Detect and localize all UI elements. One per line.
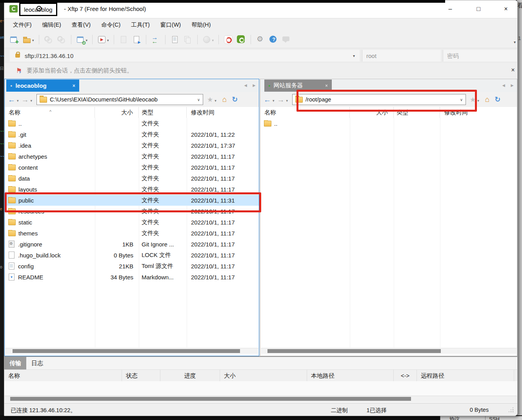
username-field[interactable]: [362, 50, 441, 62]
dropdown-icon[interactable]: ▾: [353, 54, 356, 58]
scrollbar-thumb[interactable]: [10, 397, 411, 401]
tab-scroll-right-icon[interactable]: ►: [252, 83, 256, 88]
forward-button[interactable]: →: [277, 96, 285, 103]
menu-item[interactable]: 窗口(W): [160, 21, 181, 29]
address-url-combo[interactable]: sftp://121.36.46.10 ▾: [10, 50, 360, 62]
feedback-button[interactable]: [282, 35, 291, 44]
file-row[interactable]: static文件夹2022/10/1, 11:17: [5, 217, 259, 228]
file-row[interactable]: archetypes文件夹2022/10/1, 11:17: [5, 151, 259, 162]
tab-scroll-right-icon[interactable]: ►: [510, 83, 515, 88]
file-row[interactable]: README34 BytesMarkdown...2022/10/1, 11:1…: [5, 272, 259, 282]
forward-dropdown-icon[interactable]: ▾: [31, 99, 33, 103]
close-button[interactable]: ×: [499, 4, 513, 14]
tab-close-icon[interactable]: ×: [325, 83, 328, 89]
open-session-button[interactable]: ▾: [22, 35, 34, 44]
disconnect-button[interactable]: [44, 35, 53, 44]
file-row[interactable]: themes文件夹2022/10/1, 11:17: [5, 228, 259, 239]
favorites-dropdown-icon[interactable]: ▾: [215, 99, 216, 103]
resize-grip[interactable]: [513, 411, 513, 412]
tab-remote-session[interactable]: ● 网站服务器 ×: [264, 80, 332, 92]
back-button[interactable]: ←: [264, 96, 271, 103]
column-header-modified[interactable]: 修改时间: [440, 107, 517, 118]
notice-close-button[interactable]: ×: [509, 67, 517, 74]
open-xshell-button[interactable]: [224, 35, 233, 44]
transfer-column-header[interactable]: 远程路径: [417, 370, 514, 382]
maximize-button[interactable]: □: [472, 4, 485, 14]
transfer-column-header[interactable]: 速度: [514, 370, 518, 382]
transfer-column-header[interactable]: 大小: [220, 370, 307, 382]
column-header-type[interactable]: 类型: [394, 107, 440, 118]
file-row[interactable]: content文件夹2022/10/1, 11:17: [5, 162, 259, 173]
scrollbar-thumb[interactable]: [13, 349, 240, 353]
tab-close-icon[interactable]: ×: [73, 83, 75, 89]
tab-scroll-left-icon[interactable]: ◄: [243, 83, 248, 88]
menu-item[interactable]: 工具(T): [131, 21, 150, 29]
toolbar-overflow-button[interactable]: ▾: [514, 40, 516, 44]
menu-item[interactable]: 查看(V): [72, 21, 91, 29]
upload-button[interactable]: [119, 35, 128, 44]
local-path-input[interactable]: C:\Users\EXIA\Documents\GitHub\leocaob ∨: [36, 94, 203, 105]
minimize-button[interactable]: –: [444, 4, 457, 14]
path-dropdown-icon[interactable]: ∨: [197, 98, 200, 102]
column-header-name[interactable]: 名称: [260, 107, 350, 118]
reconnect-button[interactable]: [57, 35, 66, 44]
file-row[interactable]: data文件夹2022/10/1, 11:17: [5, 173, 259, 184]
forward-button[interactable]: →: [22, 96, 29, 103]
back-dropdown-icon[interactable]: ▾: [17, 99, 19, 103]
new-session-button[interactable]: [9, 35, 19, 44]
session-properties-button[interactable]: ▾: [76, 35, 88, 44]
file-row[interactable]: .hugo_build.lock0 BytesLOCK 文件2022/10/1,…: [5, 250, 259, 261]
file-row[interactable]: public文件夹2022/10/1, 11:31: [5, 195, 259, 206]
tab-local-session[interactable]: ● leocaoblog ×: [6, 80, 79, 92]
back-button[interactable]: ←: [8, 96, 15, 103]
download-button[interactable]: [132, 35, 141, 44]
file-row[interactable]: layouts文件夹2022/10/1, 11:17: [5, 184, 259, 195]
bottom-tab[interactable]: 传输: [4, 357, 26, 369]
file-row[interactable]: .gitignore1KBGit Ignore ...2022/10/1, 11…: [5, 239, 259, 250]
column-header-size[interactable]: 大小: [350, 107, 394, 118]
bottom-tab[interactable]: 日志: [26, 357, 48, 369]
help-button[interactable]: [269, 35, 278, 44]
open-xftp-button[interactable]: [236, 35, 246, 44]
tab-scroll-left-icon[interactable]: ◄: [501, 83, 506, 88]
transfer-column-header[interactable]: 状态: [122, 370, 160, 382]
state-button[interactable]: ▾: [202, 35, 214, 44]
password-field[interactable]: [443, 50, 517, 62]
column-header-modified[interactable]: 修改时间: [187, 107, 259, 118]
transfer-column-header[interactable]: <->: [394, 370, 417, 382]
menu-item[interactable]: 文件(F): [13, 21, 32, 29]
transfer-column-header[interactable]: 本地路径: [307, 370, 394, 382]
menu-item[interactable]: 命令(C): [101, 21, 120, 29]
refresh-icon[interactable]: ↻: [495, 95, 500, 104]
transfer-direction-button[interactable]: [151, 35, 160, 44]
file-modified: 2022/10/1, 11:17: [187, 263, 259, 270]
execute-button[interactable]: ▾: [97, 35, 109, 44]
favorites-icon[interactable]: ★: [470, 96, 476, 104]
file-row[interactable]: ..: [260, 118, 517, 129]
forward-dropdown-icon[interactable]: ▾: [286, 99, 288, 103]
remote-path-input[interactable]: /root/page ∨: [292, 94, 466, 105]
file-row[interactable]: .git文件夹2022/10/1, 11:22: [5, 129, 259, 140]
file-row[interactable]: config21KBToml 源文件2022/10/1, 11:17: [5, 261, 259, 272]
path-dropdown-icon[interactable]: ∨: [460, 98, 463, 102]
menu-item[interactable]: 编辑(E): [42, 21, 61, 29]
column-header-size[interactable]: 大小: [95, 107, 139, 118]
options-button[interactable]: [256, 35, 265, 44]
transfer-column-header[interactable]: 名称: [4, 370, 122, 382]
copy-button[interactable]: [183, 35, 193, 44]
column-header-type[interactable]: 类型: [139, 107, 187, 118]
column-header-name[interactable]: 名称 ^: [5, 107, 95, 118]
favorites-dropdown-icon[interactable]: ▾: [477, 99, 479, 103]
transfer-column-header[interactable]: 进度: [160, 370, 220, 382]
home-icon[interactable]: ⌂: [485, 95, 489, 104]
menu-item[interactable]: 帮助(H): [191, 21, 211, 29]
scrollbar-thumb[interactable]: [267, 349, 441, 353]
home-icon[interactable]: ⌂: [222, 95, 227, 104]
refresh-icon[interactable]: ↻: [232, 95, 238, 104]
back-dropdown-icon[interactable]: ▾: [273, 99, 275, 103]
file-row[interactable]: .idea文件夹2022/10/1, 17:37: [5, 140, 259, 151]
file-row[interactable]: ..文件夹: [5, 118, 259, 129]
favorites-icon[interactable]: ★: [207, 96, 213, 104]
file-row[interactable]: resources文件夹2022/10/1, 11:17: [5, 206, 259, 217]
document-button[interactable]: [170, 35, 180, 44]
